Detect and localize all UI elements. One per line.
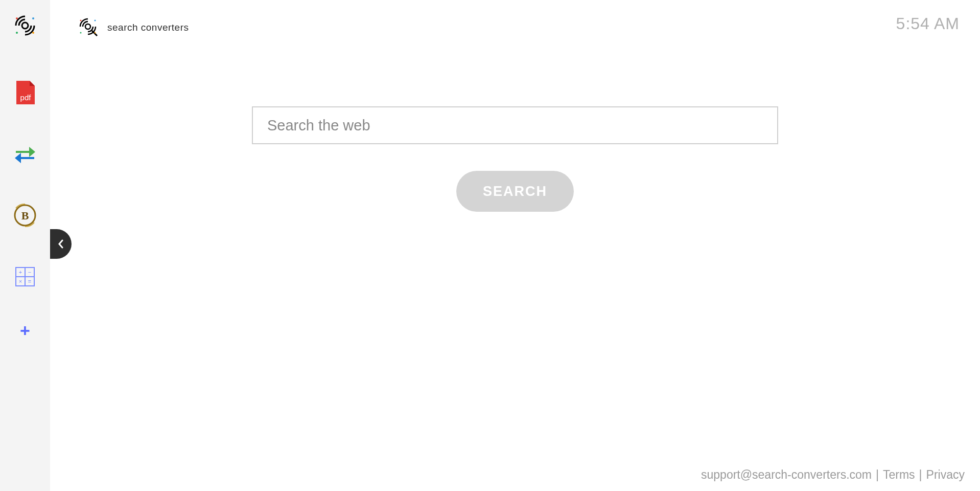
footer-terms-link[interactable]: Terms xyxy=(883,468,915,482)
sidebar-logo-icon[interactable] xyxy=(12,12,38,39)
svg-text:+: + xyxy=(19,269,22,275)
sidebar-item-add[interactable]: + xyxy=(20,318,30,343)
svg-text:=: = xyxy=(28,278,31,284)
svg-text:×: × xyxy=(19,278,22,284)
header: search converters xyxy=(77,15,189,40)
plus-icon: + xyxy=(20,321,30,341)
sidebar-item-pdf[interactable]: pdf xyxy=(14,80,36,105)
svg-point-4 xyxy=(32,32,34,34)
calculator-icon: + − × = xyxy=(15,267,35,286)
svg-point-15 xyxy=(85,24,90,29)
footer-separator: | xyxy=(876,468,879,482)
svg-text:−: − xyxy=(28,269,31,275)
sidebar: pdf B + − × = + xyxy=(0,0,50,491)
pdf-icon: pdf xyxy=(14,80,36,105)
footer: support@search-converters.com | Terms | … xyxy=(701,468,965,482)
svg-point-20 xyxy=(95,32,96,34)
footer-separator: | xyxy=(919,468,922,482)
search-container: SEARCH xyxy=(252,106,778,212)
svg-point-18 xyxy=(95,20,96,21)
footer-email-link[interactable]: support@search-converters.com xyxy=(701,468,872,482)
header-logo-icon[interactable] xyxy=(77,15,101,40)
svg-point-17 xyxy=(80,20,82,21)
svg-point-2 xyxy=(32,17,34,19)
main-content: search converters 5:54 AM SEARCH support… xyxy=(50,0,980,491)
convert-arrows-icon xyxy=(14,144,36,164)
svg-point-19 xyxy=(80,32,82,34)
svg-point-0 xyxy=(22,23,28,29)
svg-text:B: B xyxy=(21,209,29,222)
sidebar-item-convert[interactable] xyxy=(14,141,36,167)
footer-privacy-link[interactable]: Privacy xyxy=(926,468,965,482)
svg-point-1 xyxy=(16,17,18,19)
sidebar-item-bitcoin[interactable]: B xyxy=(13,203,37,228)
svg-point-3 xyxy=(16,32,18,34)
clock: 5:54 AM xyxy=(896,14,960,33)
bitcoin-icon: B xyxy=(13,203,37,228)
header-title: search converters xyxy=(107,22,189,33)
sidebar-item-calculator[interactable]: + − × = xyxy=(15,264,35,289)
search-button[interactable]: SEARCH xyxy=(456,171,574,212)
search-input[interactable] xyxy=(252,106,778,144)
svg-text:pdf: pdf xyxy=(20,93,32,102)
